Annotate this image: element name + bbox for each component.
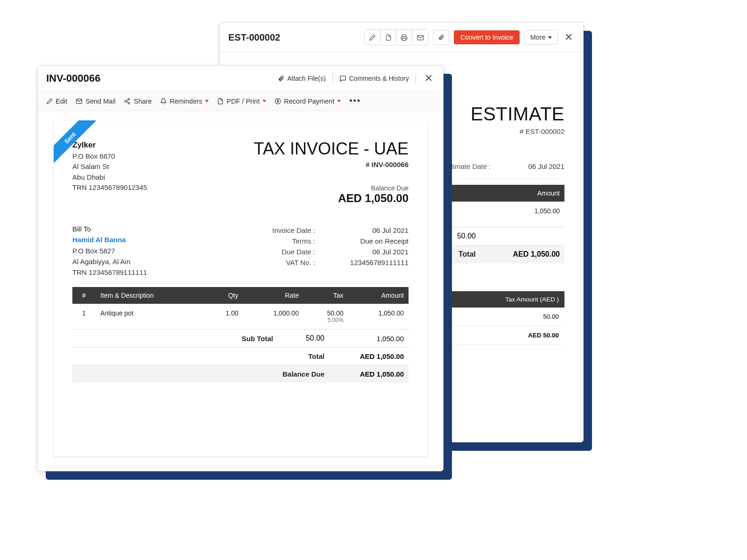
invoice-doc-number: # INV-000066 bbox=[254, 161, 409, 168]
invoice-window: INV-000066 Attach File(s) Comments & His… bbox=[37, 65, 444, 471]
comments-history-button[interactable]: Comments & History bbox=[339, 75, 409, 82]
col-item: Item & Description bbox=[96, 287, 204, 304]
separator bbox=[416, 73, 416, 84]
chevron-down-icon bbox=[337, 100, 341, 102]
printer-icon bbox=[401, 34, 408, 41]
bell-icon bbox=[160, 98, 167, 105]
subtotal-tax: 50.00 bbox=[443, 232, 476, 240]
status-label: Sent bbox=[54, 120, 96, 163]
invoice-items-table: # Item & Description Qty Rate Tax Amount… bbox=[72, 287, 409, 329]
balance-amount: AED 1,050.00 bbox=[254, 192, 409, 205]
col-tax: Tax bbox=[303, 287, 348, 304]
svg-point-4 bbox=[125, 100, 127, 102]
attachment-icon-button[interactable] bbox=[433, 30, 449, 45]
convert-to-invoice-button[interactable]: Convert to Invoice bbox=[454, 30, 520, 44]
bill-to-block: Bill To Hamid Al Banna P.O Box 5827 Al A… bbox=[72, 224, 147, 278]
pdf-print-button[interactable]: PDF / Print bbox=[217, 98, 266, 105]
invoice-totals: Sub Total 50.00 1,050.00 Total AED 1,050… bbox=[72, 329, 409, 383]
customer-link[interactable]: Hamid Al Banna bbox=[72, 234, 147, 245]
more-label: More bbox=[530, 34, 545, 41]
balance-due-row: Balance Due AED 1,050.00 bbox=[72, 365, 409, 383]
invoice-doc-title: TAX INVOICE - UAE bbox=[254, 139, 409, 159]
reminders-button[interactable]: Reminders bbox=[160, 98, 209, 105]
invoice-header-tools: Attach File(s) Comments & History ✕ bbox=[278, 72, 435, 84]
svg-point-3 bbox=[128, 98, 130, 100]
file-pdf-icon bbox=[385, 34, 392, 41]
close-button[interactable]: ✕ bbox=[563, 31, 575, 43]
chevron-down-icon bbox=[262, 100, 266, 102]
pdf-icon bbox=[217, 98, 224, 105]
table-row: 1 Antique pot 1.00 1,000.00 50.005.00% 1… bbox=[72, 304, 409, 329]
subtotal-row: Sub Total 50.00 1,050.00 bbox=[72, 329, 409, 347]
svg-line-6 bbox=[127, 99, 128, 100]
dollar-icon bbox=[275, 98, 281, 105]
paperclip-icon bbox=[438, 34, 444, 41]
close-button[interactable]: ✕ bbox=[423, 72, 435, 84]
chevron-down-icon bbox=[205, 100, 209, 102]
invoice-document: Sent Zylker P.O Box 6870 Al Salam St Abu… bbox=[54, 120, 427, 456]
more-button[interactable]: More bbox=[524, 30, 558, 45]
record-payment-button[interactable]: Record Payment bbox=[275, 98, 341, 105]
col-num: # bbox=[72, 287, 96, 304]
estimate-icon-group bbox=[364, 29, 429, 45]
more-actions-button[interactable]: ••• bbox=[349, 96, 361, 106]
attach-files-button[interactable]: Attach File(s) bbox=[278, 75, 325, 82]
bill-to-heading: Bill To bbox=[72, 224, 147, 234]
estimate-title: EST-000002 bbox=[228, 32, 280, 43]
print-icon-button[interactable] bbox=[396, 30, 412, 45]
invoice-title: INV-000066 bbox=[46, 72, 100, 84]
total-row: Total AED 1,050.00 bbox=[72, 347, 409, 365]
chevron-down-icon bbox=[548, 36, 552, 39]
separator bbox=[332, 73, 333, 84]
pencil-icon bbox=[369, 34, 376, 41]
share-button[interactable]: Share bbox=[124, 98, 152, 105]
invoice-toolbar: Edit Send Mail Share Reminders PDF / Pri… bbox=[38, 91, 443, 111]
invoice-heading: TAX INVOICE - UAE # INV-000066 Balance D… bbox=[254, 139, 409, 205]
estimate-date-value: 06 Jul 2021 bbox=[528, 162, 564, 170]
comment-icon bbox=[339, 75, 346, 82]
estimate-toolbar: Convert to Invoice More ✕ bbox=[364, 29, 575, 45]
col-amount: Amount bbox=[454, 185, 564, 202]
pdf-icon-button[interactable] bbox=[381, 30, 396, 45]
invoice-meta: Invoice Date :06 Jul 2021 Terms :Due on … bbox=[254, 224, 409, 278]
estimate-date-label: Estimate Date : bbox=[443, 162, 491, 170]
mail-icon-button[interactable] bbox=[412, 30, 428, 45]
svg-point-5 bbox=[128, 102, 130, 104]
cell-amount: 1,050.00 bbox=[454, 202, 564, 227]
balance-due: Balance Due AED 1,050.00 bbox=[254, 184, 409, 205]
attach-label: Attach File(s) bbox=[287, 75, 325, 82]
paperclip-icon bbox=[278, 75, 284, 82]
edit-icon-button[interactable] bbox=[365, 30, 381, 45]
pencil-icon bbox=[46, 98, 53, 105]
envelope-icon bbox=[417, 34, 424, 41]
send-mail-button[interactable]: Send Mail bbox=[76, 98, 115, 105]
envelope-icon bbox=[76, 98, 83, 105]
col-amount: Amount bbox=[348, 287, 409, 304]
col-rate: Rate bbox=[243, 287, 303, 304]
share-icon bbox=[124, 98, 131, 105]
total-value: AED 1,050.00 bbox=[494, 250, 560, 259]
balance-label: Balance Due bbox=[254, 184, 409, 192]
status-ribbon: Sent bbox=[54, 120, 97, 163]
comments-label: Comments & History bbox=[349, 75, 409, 82]
svg-rect-0 bbox=[402, 38, 406, 40]
col-qty: Qty bbox=[204, 287, 243, 304]
invoice-header: INV-000066 Attach File(s) Comments & His… bbox=[38, 66, 443, 91]
estimate-header: EST-000002 Convert to Invoice More ✕ bbox=[220, 23, 583, 52]
svg-line-7 bbox=[127, 101, 128, 102]
edit-button[interactable]: Edit bbox=[46, 98, 67, 105]
